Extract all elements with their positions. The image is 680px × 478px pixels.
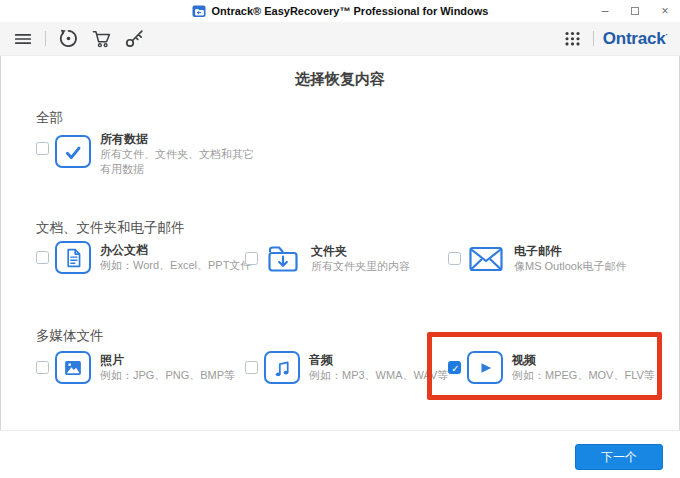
option-desc-line2: 有用数据 [100, 162, 254, 177]
option-desc: 所有文件夹里的内容 [311, 259, 410, 274]
option-video[interactable]: 视频 例如：MPEG、MOV、FLV等 [448, 351, 655, 384]
option-photos[interactable]: 照片 例如：JPG、PNG、BMP等 [36, 351, 235, 384]
option-desc: 例如：MPEG、MOV、FLV等 [512, 368, 655, 383]
ontrack-logo: Ontrack· [603, 30, 668, 47]
option-desc: 例如：MP3、WMA、WAV等 [309, 368, 448, 383]
app-window: Ontrack® EasyRecovery™ Professional for … [0, 0, 680, 478]
option-title: 文件夹 [311, 244, 410, 259]
document-icon [55, 241, 91, 274]
option-desc: 所有文件、文件夹、文档和其它 [100, 147, 254, 162]
checkbox-email[interactable] [448, 252, 461, 265]
apps-grid-icon[interactable] [562, 28, 584, 50]
menu-icon[interactable] [12, 28, 34, 50]
option-desc: 像MS Outlook电子邮件 [514, 259, 626, 274]
section-label-documents: 文档、文件夹和电子邮件 [36, 219, 185, 237]
toolbar-separator [45, 31, 46, 46]
option-folder[interactable]: 文件夹 所有文件夹里的内容 [245, 241, 410, 276]
checkbox-all-data[interactable] [36, 142, 49, 155]
option-desc: 例如：JPG、PNG、BMP等 [100, 368, 235, 383]
option-all-data[interactable]: 所有数据 所有文件、文件夹、文档和其它 有用数据 [36, 132, 256, 177]
toolbar-separator [593, 31, 594, 46]
option-audio[interactable]: 音频 例如：MP3、WMA、WAV等 [245, 351, 448, 384]
app-icon [192, 4, 206, 18]
minimize-button[interactable]: – [590, 0, 620, 22]
close-button[interactable]: × [650, 0, 680, 22]
cart-icon[interactable] [90, 28, 112, 50]
option-title: 视频 [512, 353, 655, 368]
page-title: 选择恢复内容 [0, 70, 680, 89]
history-icon[interactable] [57, 28, 79, 50]
all-data-check-icon [55, 135, 91, 168]
option-title: 所有数据 [100, 132, 254, 147]
maximize-button[interactable] [620, 0, 650, 22]
folder-download-icon [264, 241, 302, 276]
image-icon [55, 351, 91, 384]
section-label-all: 全部 [36, 109, 63, 127]
maximize-icon [631, 7, 639, 15]
next-button[interactable]: 下一个 [575, 444, 663, 470]
play-icon [467, 351, 503, 384]
envelope-icon [467, 241, 505, 276]
toolbar: Ontrack· [0, 22, 680, 56]
window-title: Ontrack® EasyRecovery™ Professional for … [212, 5, 489, 17]
checkbox-office-documents[interactable] [36, 251, 49, 264]
option-title: 电子邮件 [514, 244, 626, 259]
option-title: 办公文档 [100, 243, 251, 258]
music-note-icon [264, 351, 300, 384]
footer: 下一个 [0, 430, 680, 478]
titlebar: Ontrack® EasyRecovery™ Professional for … [0, 0, 680, 22]
key-icon[interactable] [123, 28, 145, 50]
option-title: 音频 [309, 353, 448, 368]
section-label-multimedia: 多媒体文件 [36, 327, 104, 345]
checkbox-folder[interactable] [245, 252, 258, 265]
option-email[interactable]: 电子邮件 像MS Outlook电子邮件 [448, 241, 626, 276]
option-desc: 例如：Word、Excel、PPT文件 [100, 258, 251, 273]
option-office-documents[interactable]: 办公文档 例如：Word、Excel、PPT文件 [36, 241, 251, 274]
checkbox-photos[interactable] [36, 361, 49, 374]
checkbox-video[interactable] [448, 361, 461, 374]
option-title: 照片 [100, 353, 235, 368]
checkbox-audio[interactable] [245, 361, 258, 374]
